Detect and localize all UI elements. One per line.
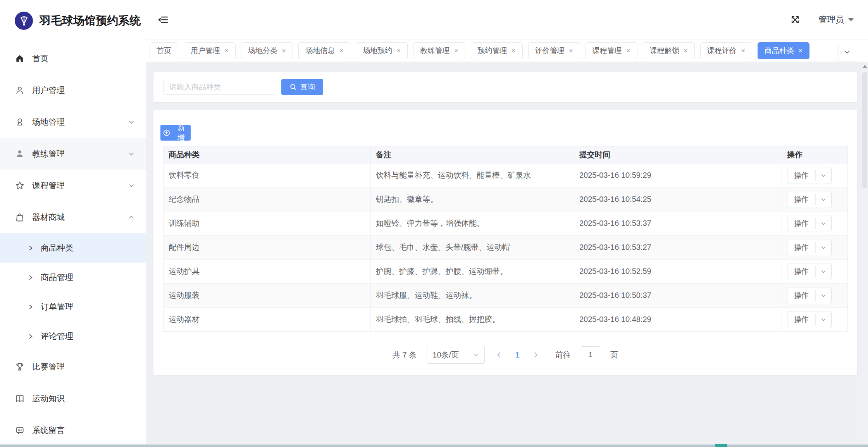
chevron-down-icon (128, 150, 135, 157)
caret-down-icon (848, 18, 854, 21)
chevron-down-icon[interactable] (816, 191, 831, 208)
close-icon[interactable]: × (741, 47, 745, 54)
page-size-select[interactable]: 10条/页 (427, 346, 485, 364)
tab-venue-booking[interactable]: 场地预约× (356, 42, 408, 59)
chevron-down-icon (128, 182, 135, 189)
message-bubble-icon (15, 425, 25, 435)
tab-course-management[interactable]: 课程管理× (586, 42, 637, 59)
sidebar-item-home[interactable]: 首页 (0, 43, 146, 74)
sidebar-subitem-review-management[interactable]: 评论管理 (0, 321, 146, 351)
top-bar-right: 管理员 (790, 0, 854, 39)
sidebar-collapse-icon[interactable] (158, 15, 168, 24)
row-action-button[interactable]: 操作 (787, 239, 832, 256)
tab-home[interactable]: 首页 (150, 42, 178, 59)
row-action-button[interactable]: 操作 (787, 287, 832, 304)
chevron-right-icon (28, 333, 34, 340)
tab-user-management[interactable]: 用户管理× (184, 42, 236, 59)
sidebar-item-courses[interactable]: 课程管理 (0, 170, 146, 201)
close-icon[interactable]: × (396, 47, 401, 54)
sidebar-subitem-label: 评论管理 (41, 331, 73, 342)
next-page-icon[interactable] (532, 351, 540, 359)
close-icon[interactable]: × (512, 47, 516, 54)
plus-circle-icon (163, 129, 170, 137)
row-action-button[interactable]: 操作 (787, 311, 832, 328)
tab-rating-management[interactable]: 评价管理× (528, 42, 580, 59)
chevron-right-icon (28, 245, 34, 251)
close-icon[interactable]: × (798, 47, 803, 54)
tab-overflow-button[interactable] (839, 42, 855, 62)
close-icon[interactable]: × (626, 47, 630, 54)
sidebar-subitem-label: 订单管理 (41, 301, 73, 312)
sidebar-item-label: 系统留言 (32, 425, 65, 436)
cell-category: 运动护具 (164, 260, 371, 284)
close-icon[interactable]: × (224, 47, 229, 54)
cell-note: 如哑铃、弹力带等，增强体能。 (371, 211, 574, 236)
cell-time: 2025-03-16 10:53:37 (574, 211, 782, 236)
sidebar-menu: 首页 用户管理 场地管理 教练管理 课程管理 (0, 43, 146, 446)
tab-venue-category[interactable]: 场地分类× (241, 42, 293, 59)
app-window: 羽毛球场馆预约系统 首页 用户管理 场地管理 教练管理 (0, 0, 868, 447)
chevron-up-icon (128, 214, 135, 221)
pagination: 共 7 条 10条/页 1 前往 页 (153, 346, 857, 364)
table-header-row: 商品种类 备注 提交时间 操作 (164, 146, 848, 163)
add-button[interactable]: 新增 (160, 125, 191, 141)
close-icon[interactable]: × (282, 47, 286, 54)
current-page[interactable]: 1 (513, 350, 522, 359)
row-action-button[interactable]: 操作 (787, 167, 832, 184)
scrollbar-up-arrow-icon[interactable] (863, 65, 867, 68)
row-action-button[interactable]: 操作 (787, 215, 832, 232)
chevron-down-icon[interactable] (816, 167, 831, 184)
chevron-down-icon[interactable] (816, 311, 831, 328)
user-menu[interactable]: 管理员 (818, 14, 854, 26)
trophy-icon (15, 362, 25, 372)
table-panel: 新增 商品种类 备注 提交时间 操作 饮料零食 饮料与能量补充、运动饮料、能量棒… (153, 110, 857, 375)
column-header-note: 备注 (371, 146, 574, 163)
top-bar: 管理员 (146, 0, 868, 40)
close-icon[interactable]: × (454, 47, 458, 54)
cell-note: 饮料与能量补充、运动饮料、能量棒、矿泉水 (371, 163, 574, 187)
sidebar-item-equipment-mall[interactable]: 器材商城 (0, 201, 146, 233)
sidebar-item-label: 用户管理 (32, 85, 65, 96)
tab-product-categories[interactable]: 商品种类× (758, 42, 809, 59)
user-icon (15, 85, 25, 95)
tab-venue-info[interactable]: 场地信息× (298, 42, 350, 59)
close-icon[interactable]: × (569, 47, 573, 54)
tab-course-review[interactable]: 课程评价× (700, 42, 752, 59)
tab-booking-management[interactable]: 预约管理× (471, 42, 523, 59)
sidebar: 羽毛球场馆预约系统 首页 用户管理 场地管理 教练管理 (0, 0, 146, 444)
vertical-scrollbar[interactable] (861, 62, 868, 444)
sidebar-item-competitions[interactable]: 比赛管理 (0, 351, 146, 383)
star-icon (15, 181, 25, 191)
search-icon (289, 83, 297, 91)
close-icon[interactable]: × (684, 47, 688, 54)
chevron-right-icon (28, 274, 34, 281)
sidebar-subitem-product-management[interactable]: 商品管理 (0, 263, 146, 292)
chevron-right-icon (28, 304, 34, 310)
row-action-button[interactable]: 操作 (787, 263, 832, 280)
chevron-down-icon[interactable] (816, 287, 831, 304)
chevron-down-icon[interactable] (816, 239, 831, 256)
location-pin-icon (15, 117, 25, 127)
goto-page-input[interactable] (581, 346, 600, 363)
query-button[interactable]: 查询 (281, 79, 323, 95)
sidebar-item-users[interactable]: 用户管理 (0, 74, 146, 106)
row-action-button[interactable]: 操作 (787, 191, 832, 208)
chevron-down-icon[interactable] (816, 215, 831, 232)
sidebar-subitem-order-management[interactable]: 订单管理 (0, 292, 146, 321)
scrollbar-thumb[interactable] (862, 72, 867, 188)
tab-course-unlock[interactable]: 课程解锁× (643, 42, 695, 59)
sidebar-subitem-product-categories[interactable]: 商品种类 (0, 233, 146, 263)
prev-page-icon[interactable] (495, 351, 503, 359)
cell-time: 2025-03-16 10:50:37 (574, 284, 782, 308)
fullscreen-icon[interactable] (790, 15, 800, 24)
sidebar-item-system-messages[interactable]: 系统留言 (0, 414, 146, 446)
chevron-down-icon[interactable] (816, 263, 831, 280)
close-icon[interactable]: × (339, 47, 343, 54)
sidebar-item-coaches[interactable]: 教练管理 (0, 138, 146, 170)
sidebar-item-sports-knowledge[interactable]: 运动知识 (0, 383, 146, 414)
tab-coach-management[interactable]: 教练管理× (413, 42, 465, 59)
sidebar-item-venues[interactable]: 场地管理 (0, 106, 146, 138)
cell-category: 配件周边 (164, 236, 371, 260)
search-input[interactable] (164, 80, 275, 95)
chevron-down-icon (128, 119, 135, 126)
